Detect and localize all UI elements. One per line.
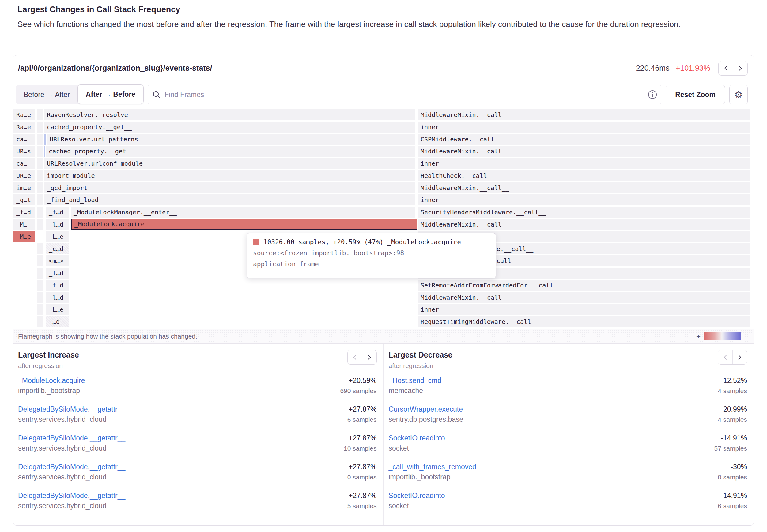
function-link[interactable]: SocketIO.readinto <box>389 433 445 443</box>
flame-frame[interactable]: _f…d <box>46 268 69 279</box>
flame-frame[interactable]: SecurityHeadersMiddleware.__call__ <box>418 207 750 218</box>
sample-count: 6 samples <box>718 501 747 511</box>
flame-frame[interactable]: inner <box>418 304 750 315</box>
largest-decrease-title: Largest Decrease <box>389 350 453 359</box>
flame-frame[interactable]: URLResolver.urlconf_module <box>44 158 416 169</box>
flame-frame[interactable]: im…e <box>13 182 35 193</box>
search-input[interactable] <box>148 85 661 104</box>
reset-zoom-button[interactable]: Reset Zoom <box>666 85 725 104</box>
flame-frame[interactable] <box>37 194 43 205</box>
flame-frame[interactable] <box>37 243 43 254</box>
flame-frame[interactable] <box>37 158 43 169</box>
flame-frame[interactable]: ca…_ <box>13 158 35 169</box>
flame-frame[interactable] <box>37 207 43 218</box>
flame-frame[interactable]: CSPMiddleware.__call__ <box>418 134 750 145</box>
flame-frame[interactable]: MiddlewareMixin.__call__ <box>418 182 750 193</box>
function-link[interactable]: DelegatedBySiloMode.__getattr__ <box>18 462 125 472</box>
legend-plus-label: + <box>696 332 701 341</box>
flame-frame[interactable] <box>37 182 43 193</box>
function-link[interactable]: SocketIO.readinto <box>389 491 445 501</box>
flame-frame[interactable] <box>37 280 43 291</box>
flame-frame[interactable]: _M…_ <box>13 219 35 230</box>
package-name: sentry.services.hybrid_cloud <box>18 414 106 425</box>
flame-frame[interactable]: _f…d <box>46 207 69 218</box>
flame-frame[interactable]: Ra…e <box>13 109 35 120</box>
settings-button[interactable]: ⚙ <box>729 85 748 104</box>
function-link[interactable]: DelegatedBySiloMode.__getattr__ <box>18 404 125 414</box>
flame-frame[interactable]: ca…_ <box>13 134 35 145</box>
flame-frame[interactable] <box>37 268 43 279</box>
flame-frame[interactable]: inner <box>418 122 750 133</box>
flame-frame[interactable] <box>37 292 43 303</box>
flame-frame-new[interactable] <box>44 134 46 145</box>
flame-frame[interactable] <box>37 109 43 120</box>
flame-frame[interactable]: _find_and_load <box>44 194 416 205</box>
flame-frame[interactable] <box>37 219 43 230</box>
flame-frame[interactable]: RequestTimingMiddleware.__call__ <box>418 316 750 327</box>
flame-frame[interactable] <box>37 304 43 315</box>
flame-frame[interactable]: _L…e <box>46 231 69 242</box>
flame-frame[interactable]: UR…e <box>13 170 35 181</box>
flame-frame[interactable]: _f…d <box>13 207 35 218</box>
entry-main-row: DelegatedBySiloMode.__getattr__+27.87% <box>18 433 377 443</box>
flame-frame[interactable]: _f…d <box>46 280 69 291</box>
flame-frame[interactable]: HealthCheck.__call__ <box>418 170 750 181</box>
flame-frame[interactable]: cached_property.__get__ <box>44 122 416 133</box>
flame-frame[interactable]: _ModuleLockManager.__enter__ <box>71 207 416 218</box>
flame-frame[interactable] <box>37 255 43 266</box>
flame-frame-selected[interactable]: _ModuleLock.acquire <box>71 219 417 230</box>
next-button[interactable] <box>733 61 747 75</box>
flame-row: _f…d_f…d_ModuleLockManager.__enter__Secu… <box>13 207 754 218</box>
flame-frame[interactable]: _l…d <box>46 292 69 303</box>
flame-frame[interactable]: MiddlewareMixin.__call__ <box>418 219 750 230</box>
previous-button[interactable] <box>718 350 732 364</box>
list-item: _ModuleLock.acquire+20.59%importlib._boo… <box>18 376 377 396</box>
sample-count: 4 samples <box>718 414 747 425</box>
flame-frame[interactable]: inner <box>418 158 750 169</box>
flame-frame[interactable]: <m…> <box>46 255 69 266</box>
flame-frame[interactable] <box>37 146 43 157</box>
info-icon[interactable] <box>648 90 657 101</box>
flame-frame[interactable] <box>37 316 43 327</box>
flame-frame[interactable]: _gcd_import <box>44 182 416 193</box>
list-item: DelegatedBySiloMode.__getattr__+27.87%se… <box>18 491 377 511</box>
flamegraph-canvas[interactable]: Ra…eRavenResolver._resolveMiddlewareMixi… <box>13 108 754 329</box>
flame-frame[interactable]: UR…s <box>13 146 35 157</box>
next-button[interactable] <box>362 350 376 364</box>
flame-frame[interactable] <box>37 170 43 181</box>
toolbar: Before → After After → Before Reset Zoom… <box>13 81 754 108</box>
flame-frame-new[interactable] <box>44 146 45 157</box>
flame-frame[interactable]: cached_property.__get__ <box>46 146 416 157</box>
list-item: CursorWrapper.execute-20.99%sentry.db.po… <box>389 404 747 425</box>
function-link[interactable]: CursorWrapper.execute <box>389 404 463 414</box>
previous-button[interactable] <box>719 61 733 75</box>
flame-frame[interactable]: Ra…e <box>13 122 35 133</box>
next-button[interactable] <box>732 350 747 364</box>
before-after-toggle[interactable]: Before → After <box>16 85 78 104</box>
flame-frame[interactable] <box>37 134 43 145</box>
flame-frame[interactable]: import_module <box>44 170 416 181</box>
previous-button[interactable] <box>348 350 362 364</box>
function-link[interactable]: _call_with_frames_removed <box>389 462 476 472</box>
flame-frame[interactable]: _c…d <box>46 243 69 254</box>
function-link[interactable]: DelegatedBySiloMode.__getattr__ <box>18 433 125 443</box>
flame-frame[interactable]: MiddlewareMixin.__call__ <box>418 109 750 120</box>
flame-frame[interactable]: _L…e <box>46 304 69 315</box>
flame-frame[interactable]: inner <box>418 194 750 205</box>
flame-frame[interactable]: MiddlewareMixin.__call__ <box>418 146 750 157</box>
function-link[interactable]: _ModuleLock.acquire <box>18 376 85 386</box>
flame-frame[interactable]: SetRemoteAddrFromForwardedFor.__call__ <box>418 280 750 291</box>
flame-frame[interactable]: RavenResolver._resolve <box>44 109 416 120</box>
function-link[interactable]: _Host.send_cmd <box>389 376 442 386</box>
flame-frame[interactable]: _l…d <box>46 219 69 230</box>
flame-frame[interactable]: MiddlewareMixin.__call__ <box>418 292 750 303</box>
flame-frame[interactable] <box>37 122 43 133</box>
flame-row: UR…scached_property.__get__MiddlewareMix… <box>13 146 754 157</box>
function-link[interactable]: DelegatedBySiloMode.__getattr__ <box>18 491 125 501</box>
flame-frame[interactable]: _g…t <box>13 194 35 205</box>
flame-frame[interactable]: _…d <box>46 316 69 327</box>
flame-frame[interactable]: _M…e <box>13 231 35 242</box>
after-before-toggle[interactable]: After → Before <box>77 84 144 104</box>
entry-sub-row: importlib._bootstrap0 samples <box>389 472 747 482</box>
flame-frame[interactable]: URLResolver.url_patterns <box>47 134 416 145</box>
